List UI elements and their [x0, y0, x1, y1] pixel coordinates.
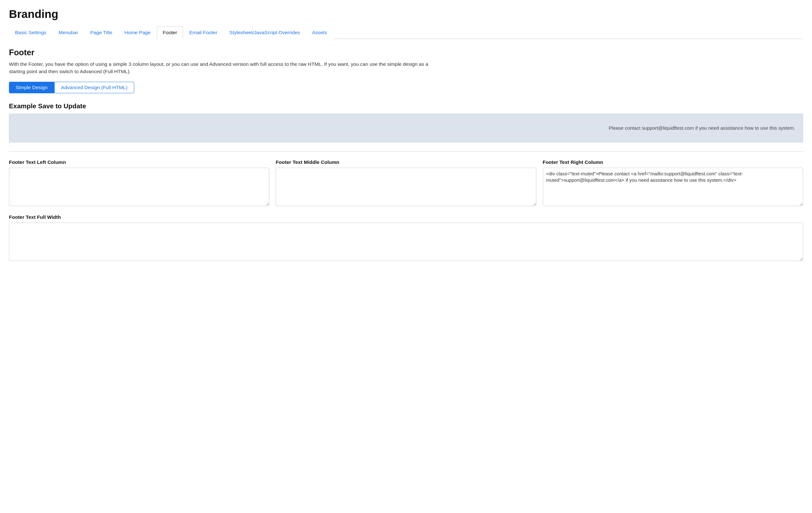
middle-column-label: Footer Text Middle Column — [276, 160, 536, 165]
tabs-nav: Basic Settings Menubar Page Title Home P… — [9, 26, 803, 39]
middle-column-field: Footer Text Middle Column — [276, 160, 536, 207]
right-column-field: Footer Text Right Column <div class="tex… — [543, 160, 803, 207]
right-column-label: Footer Text Right Column — [543, 160, 803, 165]
full-width-field: Footer Text Full Width — [9, 214, 803, 262]
tab-assets[interactable]: Assets — [306, 26, 333, 39]
section-container: Footer With the Footer, you have the opt… — [9, 48, 803, 262]
tab-home-page[interactable]: Home Page — [118, 26, 157, 39]
tab-email-footer[interactable]: Email Footer — [183, 26, 223, 39]
full-width-textarea[interactable] — [9, 223, 803, 261]
preview-text-after: if you need assistance how to use this s… — [694, 125, 795, 131]
advanced-design-button[interactable]: Advanced Design (Full HTML) — [54, 82, 134, 93]
tab-footer[interactable]: Footer — [157, 26, 183, 39]
footer-columns-row: Footer Text Left Column Footer Text Midd… — [9, 160, 803, 207]
design-toggle: Simple Design Advanced Design (Full HTML… — [9, 82, 803, 93]
left-column-label: Footer Text Left Column — [9, 160, 269, 165]
section-title: Footer — [9, 48, 803, 57]
divider — [9, 151, 803, 152]
example-title: Example Save to Update — [9, 102, 803, 110]
left-column-field: Footer Text Left Column — [9, 160, 269, 207]
page-title: Branding — [9, 8, 803, 21]
tab-page-title[interactable]: Page Title — [84, 26, 118, 39]
preview-text: Please contact support@liquidftest.com i… — [609, 125, 795, 131]
preview-text-before: Please contact — [609, 125, 642, 131]
preview-link[interactable]: support@liquidftest.com — [642, 125, 694, 131]
left-column-textarea[interactable] — [9, 168, 269, 206]
preview-box: Please contact support@liquidftest.com i… — [9, 114, 803, 142]
tab-stylesheet-js[interactable]: Stylesheet/JavaScript Overrides — [223, 26, 306, 39]
section-description: With the Footer, you have the option of … — [9, 60, 443, 76]
tab-basic-settings[interactable]: Basic Settings — [9, 26, 52, 39]
right-column-textarea[interactable]: <div class="text-muted">Please contact <… — [543, 168, 803, 206]
simple-design-button[interactable]: Simple Design — [9, 82, 54, 93]
middle-column-textarea[interactable] — [276, 168, 536, 206]
full-width-label: Footer Text Full Width — [9, 214, 803, 220]
tab-menubar[interactable]: Menubar — [52, 26, 84, 39]
